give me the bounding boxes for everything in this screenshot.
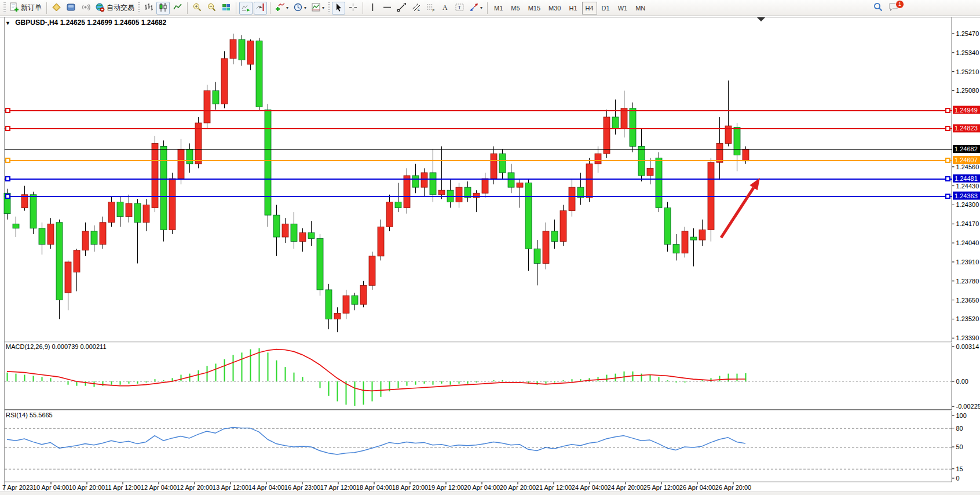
line-handle[interactable] bbox=[946, 126, 950, 130]
template-icon bbox=[311, 2, 321, 14]
tile-windows-icon bbox=[221, 2, 231, 14]
time-tick-label: 10 Apr 20:00 bbox=[69, 484, 105, 491]
crosshair-icon bbox=[348, 2, 358, 14]
candle-up bbox=[621, 108, 627, 129]
horizontal-line-icon bbox=[382, 2, 392, 14]
chart-shift-button[interactable] bbox=[254, 2, 267, 14]
market-depth-button[interactable] bbox=[50, 2, 63, 14]
search-button[interactable] bbox=[871, 2, 885, 14]
auto-trading-label: 自动交易 bbox=[107, 3, 134, 13]
chart-shift-marker[interactable] bbox=[757, 17, 765, 21]
chart-menu-triangle-icon[interactable]: ▼ bbox=[5, 20, 10, 26]
auto-scroll-button[interactable] bbox=[239, 2, 253, 14]
line-chart-type-button[interactable] bbox=[171, 2, 184, 14]
timeframe-button-H1[interactable]: H1 bbox=[565, 2, 580, 14]
notifications-button[interactable]: 1 bbox=[886, 2, 901, 14]
line-handle[interactable] bbox=[946, 177, 950, 181]
candle-up bbox=[378, 227, 384, 256]
timeframe-button-M15[interactable]: M15 bbox=[525, 2, 544, 14]
horizontal-line-tool-button[interactable] bbox=[381, 2, 394, 14]
toolbar-grip bbox=[328, 2, 330, 14]
timeframe-toolbar: M1M5M15M30H1H4D1W1MN bbox=[490, 2, 649, 14]
line-handle[interactable] bbox=[946, 158, 950, 162]
arrows-icon bbox=[469, 2, 479, 14]
signals-button[interactable] bbox=[79, 2, 92, 14]
time-tick-label: 26 Apr 04:00 bbox=[679, 484, 715, 491]
candle-up bbox=[100, 223, 106, 245]
timeframe-button-M1[interactable]: M1 bbox=[491, 2, 506, 14]
time-tick-label: 21 Apr 12:00 bbox=[536, 484, 572, 491]
channel-tool-button[interactable]: E bbox=[409, 2, 423, 14]
candle-up bbox=[282, 224, 288, 237]
toolbar-separator bbox=[187, 2, 188, 14]
indicators-button[interactable]: ▾ bbox=[273, 2, 290, 14]
candlestick-chart-type-button[interactable] bbox=[156, 2, 170, 14]
line-handle[interactable] bbox=[6, 194, 10, 198]
line-handle[interactable] bbox=[946, 194, 950, 198]
svg-text:F: F bbox=[433, 8, 435, 12]
candle-down bbox=[656, 158, 662, 208]
time-tick-label: 24 Apr 20:00 bbox=[608, 484, 643, 491]
price-tick-label: 1.25080 bbox=[956, 87, 979, 94]
zoom-in-button[interactable] bbox=[191, 2, 204, 14]
line-handle[interactable] bbox=[6, 108, 10, 112]
candle-up bbox=[569, 187, 575, 210]
arrow-shaft[interactable] bbox=[721, 188, 754, 238]
periods-button[interactable]: ▾ bbox=[291, 2, 308, 14]
svg-text:E: E bbox=[418, 8, 420, 12]
time-tick-label: 17 Apr 12:00 bbox=[320, 484, 356, 491]
rsi-value: 55.5665 bbox=[30, 412, 53, 418]
candle-up bbox=[543, 231, 549, 264]
strategy-tester-button[interactable] bbox=[64, 2, 78, 14]
crosshair-button[interactable] bbox=[346, 2, 360, 14]
main-toolbar: 新订单 自动交易 ▾ bbox=[0, 0, 980, 16]
chart-close-value: 1.24682 bbox=[141, 19, 166, 27]
chart-canvas[interactable]: 1.254701.253401.252101.250801.245601.244… bbox=[0, 0, 980, 495]
candle-down bbox=[551, 231, 558, 242]
bar-chart-type-button[interactable] bbox=[142, 2, 155, 14]
trendline-tool-button[interactable] bbox=[395, 2, 408, 14]
candle-down bbox=[395, 202, 401, 208]
zoom-out-button[interactable] bbox=[205, 2, 218, 14]
candle-up bbox=[126, 203, 132, 217]
arrows-tool-button[interactable]: ▾ bbox=[467, 2, 484, 14]
line-handle[interactable] bbox=[6, 158, 10, 162]
candles-layer bbox=[4, 34, 749, 332]
new-order-button[interactable]: 新订单 bbox=[8, 2, 43, 14]
rsi-panel: 1008050150 bbox=[5, 412, 967, 482]
tile-windows-button[interactable] bbox=[220, 2, 233, 14]
price-tick-label: 1.23520 bbox=[956, 315, 979, 322]
zoom-out-icon bbox=[207, 2, 217, 14]
line-handle[interactable] bbox=[946, 108, 950, 112]
chevron-down-icon: ▾ bbox=[304, 5, 306, 10]
time-tick-label: 20 Apr 20:00 bbox=[500, 484, 536, 491]
timeframe-button-H4[interactable]: H4 bbox=[582, 2, 597, 14]
line-handle[interactable] bbox=[6, 177, 10, 181]
timeframe-button-D1[interactable]: D1 bbox=[598, 2, 613, 14]
candle-down bbox=[326, 290, 332, 319]
price-badge-label: 1.24607 bbox=[955, 156, 978, 163]
toolbar-separator bbox=[236, 2, 236, 14]
timeframe-button-M30[interactable]: M30 bbox=[545, 2, 564, 14]
candle-down bbox=[13, 224, 19, 228]
auto-trading-button[interactable]: 自动交易 bbox=[93, 2, 136, 14]
vertical-line-tool-button[interactable] bbox=[366, 2, 379, 14]
templates-button[interactable]: ▾ bbox=[309, 2, 326, 14]
rsi-axis-label: 50 bbox=[956, 443, 963, 450]
line-handle[interactable] bbox=[6, 126, 10, 130]
timeframe-button-M5[interactable]: M5 bbox=[507, 2, 523, 14]
trend-arrow-annotation[interactable] bbox=[721, 178, 760, 238]
price-tick-label: 1.24300 bbox=[956, 201, 979, 208]
cursor-button[interactable] bbox=[332, 2, 345, 14]
timeframe-button-MN[interactable]: MN bbox=[632, 2, 649, 14]
candle-up bbox=[360, 285, 367, 304]
time-tick-label: 10 Apr 04:00 bbox=[33, 484, 69, 491]
text-label-tool-button[interactable]: T bbox=[453, 2, 466, 14]
candle-up bbox=[334, 313, 341, 319]
text-tool-button[interactable]: A bbox=[438, 2, 452, 14]
fibonacci-tool-button[interactable]: F bbox=[424, 2, 437, 14]
text-icon: A bbox=[440, 2, 450, 14]
candlestick-icon bbox=[158, 2, 168, 14]
rsi-axis-label: 15 bbox=[956, 465, 963, 472]
timeframe-button-W1[interactable]: W1 bbox=[615, 2, 631, 14]
